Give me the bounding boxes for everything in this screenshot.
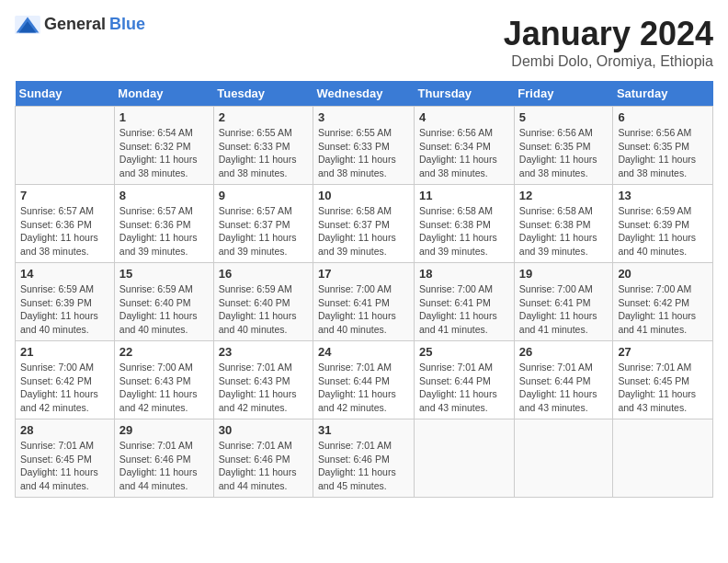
day-number: 26	[519, 345, 609, 359]
day-header-sunday: Sunday	[16, 81, 115, 107]
day-info: Sunrise: 7:01 AM Sunset: 6:43 PM Dayligh…	[219, 361, 308, 415]
day-number: 2	[219, 110, 308, 124]
day-number: 6	[618, 110, 708, 124]
calendar-cell: 31Sunrise: 7:01 AM Sunset: 6:46 PM Dayli…	[313, 419, 415, 498]
day-info: Sunrise: 7:01 AM Sunset: 6:44 PM Dayligh…	[419, 361, 509, 415]
day-info: Sunrise: 7:01 AM Sunset: 6:46 PM Dayligh…	[119, 439, 209, 493]
day-info: Sunrise: 6:58 AM Sunset: 6:38 PM Dayligh…	[419, 204, 509, 259]
calendar-cell: 7Sunrise: 6:57 AM Sunset: 6:36 PM Daylig…	[16, 185, 115, 263]
calendar-cell: 11Sunrise: 6:58 AM Sunset: 6:38 PM Dayli…	[415, 185, 515, 263]
calendar-title: January 2024	[504, 15, 713, 53]
calendar-cell: 29Sunrise: 7:01 AM Sunset: 6:46 PM Dayli…	[114, 419, 213, 498]
day-info: Sunrise: 6:56 AM Sunset: 6:34 PM Dayligh…	[419, 126, 509, 180]
day-info: Sunrise: 7:00 AM Sunset: 6:41 PM Dayligh…	[318, 282, 409, 337]
day-number: 3	[318, 110, 409, 124]
day-info: Sunrise: 7:01 AM Sunset: 6:46 PM Dayligh…	[219, 439, 308, 493]
day-info: Sunrise: 6:55 AM Sunset: 6:33 PM Dayligh…	[318, 126, 409, 180]
day-number: 15	[119, 267, 209, 281]
day-info: Sunrise: 6:58 AM Sunset: 6:38 PM Dayligh…	[519, 204, 609, 259]
calendar-cell: 14Sunrise: 6:59 AM Sunset: 6:39 PM Dayli…	[16, 263, 115, 341]
logo-blue: Blue	[109, 15, 145, 34]
day-info: Sunrise: 6:57 AM Sunset: 6:37 PM Dayligh…	[219, 204, 308, 259]
day-header-thursday: Thursday	[415, 81, 515, 107]
day-info: Sunrise: 6:56 AM Sunset: 6:35 PM Dayligh…	[519, 126, 609, 180]
calendar-cell: 12Sunrise: 6:58 AM Sunset: 6:38 PM Dayli…	[514, 185, 613, 263]
day-info: Sunrise: 7:01 AM Sunset: 6:44 PM Dayligh…	[318, 361, 409, 415]
logo-general: General	[44, 15, 106, 34]
calendar-cell: 8Sunrise: 6:57 AM Sunset: 6:36 PM Daylig…	[114, 185, 213, 263]
calendar-cell: 27Sunrise: 7:01 AM Sunset: 6:45 PM Dayli…	[613, 341, 713, 419]
day-number: 11	[419, 189, 509, 202]
day-number: 5	[519, 110, 609, 124]
calendar-cell	[16, 107, 115, 185]
day-number: 25	[419, 345, 509, 359]
calendar-week-row: 7Sunrise: 6:57 AM Sunset: 6:36 PM Daylig…	[16, 185, 713, 263]
calendar-cell: 15Sunrise: 6:59 AM Sunset: 6:40 PM Dayli…	[114, 263, 213, 341]
day-number: 18	[419, 267, 509, 281]
calendar-week-row: 1Sunrise: 6:54 AM Sunset: 6:32 PM Daylig…	[16, 107, 713, 185]
day-number: 4	[419, 110, 509, 124]
day-number: 17	[318, 267, 409, 281]
calendar-cell: 22Sunrise: 7:00 AM Sunset: 6:43 PM Dayli…	[114, 341, 213, 419]
calendar-cell: 19Sunrise: 7:00 AM Sunset: 6:41 PM Dayli…	[514, 263, 613, 341]
day-number: 8	[119, 189, 209, 202]
calendar-cell: 18Sunrise: 7:00 AM Sunset: 6:41 PM Dayli…	[415, 263, 515, 341]
day-info: Sunrise: 6:59 AM Sunset: 6:39 PM Dayligh…	[20, 282, 109, 337]
day-number: 1	[119, 110, 209, 124]
calendar-cell: 6Sunrise: 6:56 AM Sunset: 6:35 PM Daylig…	[613, 107, 713, 185]
day-info: Sunrise: 7:00 AM Sunset: 6:41 PM Dayligh…	[419, 282, 509, 337]
calendar-subtitle: Dembi Dolo, Oromiya, Ethiopia	[504, 53, 713, 70]
day-info: Sunrise: 7:01 AM Sunset: 6:45 PM Dayligh…	[20, 439, 109, 493]
calendar-cell: 28Sunrise: 7:01 AM Sunset: 6:45 PM Dayli…	[16, 419, 115, 498]
day-number: 14	[20, 267, 109, 281]
calendar-cell: 20Sunrise: 7:00 AM Sunset: 6:42 PM Dayli…	[613, 263, 713, 341]
day-info: Sunrise: 6:57 AM Sunset: 6:36 PM Dayligh…	[119, 204, 209, 259]
day-header-friday: Friday	[514, 81, 613, 107]
calendar-cell	[613, 419, 713, 498]
day-number: 20	[618, 267, 708, 281]
day-info: Sunrise: 6:54 AM Sunset: 6:32 PM Dayligh…	[119, 126, 209, 180]
calendar-cell: 4Sunrise: 6:56 AM Sunset: 6:34 PM Daylig…	[415, 107, 515, 185]
day-info: Sunrise: 6:58 AM Sunset: 6:37 PM Dayligh…	[318, 204, 409, 259]
title-section: January 2024 Dembi Dolo, Oromiya, Ethiop…	[504, 15, 713, 70]
calendar-cell: 24Sunrise: 7:01 AM Sunset: 6:44 PM Dayli…	[313, 341, 415, 419]
calendar-cell: 10Sunrise: 6:58 AM Sunset: 6:37 PM Dayli…	[313, 185, 415, 263]
day-number: 23	[219, 345, 308, 359]
day-number: 31	[318, 423, 409, 437]
calendar-cell: 16Sunrise: 6:59 AM Sunset: 6:40 PM Dayli…	[213, 263, 313, 341]
day-number: 27	[618, 345, 708, 359]
day-number: 24	[318, 345, 409, 359]
day-number: 21	[20, 345, 109, 359]
calendar-cell: 26Sunrise: 7:01 AM Sunset: 6:44 PM Dayli…	[514, 341, 613, 419]
day-number: 9	[219, 189, 308, 202]
calendar-week-row: 14Sunrise: 6:59 AM Sunset: 6:39 PM Dayli…	[16, 263, 713, 341]
day-header-tuesday: Tuesday	[213, 81, 313, 107]
day-number: 12	[519, 189, 609, 202]
day-header-wednesday: Wednesday	[313, 81, 415, 107]
logo: General Blue	[15, 15, 145, 34]
day-info: Sunrise: 7:01 AM Sunset: 6:46 PM Dayligh…	[318, 439, 409, 493]
calendar-table: SundayMondayTuesdayWednesdayThursdayFrid…	[15, 81, 713, 498]
day-info: Sunrise: 7:01 AM Sunset: 6:44 PM Dayligh…	[519, 361, 609, 415]
day-number: 19	[519, 267, 609, 281]
calendar-cell: 23Sunrise: 7:01 AM Sunset: 6:43 PM Dayli…	[213, 341, 313, 419]
calendar-cell	[415, 419, 515, 498]
day-info: Sunrise: 7:00 AM Sunset: 6:41 PM Dayligh…	[519, 282, 609, 337]
calendar-cell: 30Sunrise: 7:01 AM Sunset: 6:46 PM Dayli…	[213, 419, 313, 498]
calendar-cell: 1Sunrise: 6:54 AM Sunset: 6:32 PM Daylig…	[114, 107, 213, 185]
day-info: Sunrise: 6:57 AM Sunset: 6:36 PM Dayligh…	[20, 204, 109, 259]
day-info: Sunrise: 7:01 AM Sunset: 6:45 PM Dayligh…	[618, 361, 708, 415]
calendar-cell: 21Sunrise: 7:00 AM Sunset: 6:42 PM Dayli…	[16, 341, 115, 419]
day-info: Sunrise: 7:00 AM Sunset: 6:43 PM Dayligh…	[119, 361, 209, 415]
calendar-cell: 17Sunrise: 7:00 AM Sunset: 6:41 PM Dayli…	[313, 263, 415, 341]
day-info: Sunrise: 7:00 AM Sunset: 6:42 PM Dayligh…	[618, 282, 708, 337]
day-info: Sunrise: 6:55 AM Sunset: 6:33 PM Dayligh…	[219, 126, 308, 180]
calendar-cell: 2Sunrise: 6:55 AM Sunset: 6:33 PM Daylig…	[213, 107, 313, 185]
day-number: 7	[20, 189, 109, 202]
day-number: 22	[119, 345, 209, 359]
calendar-cell: 3Sunrise: 6:55 AM Sunset: 6:33 PM Daylig…	[313, 107, 415, 185]
day-number: 29	[119, 423, 209, 437]
calendar-week-row: 21Sunrise: 7:00 AM Sunset: 6:42 PM Dayli…	[16, 341, 713, 419]
day-header-saturday: Saturday	[613, 81, 713, 107]
calendar-cell	[514, 419, 613, 498]
